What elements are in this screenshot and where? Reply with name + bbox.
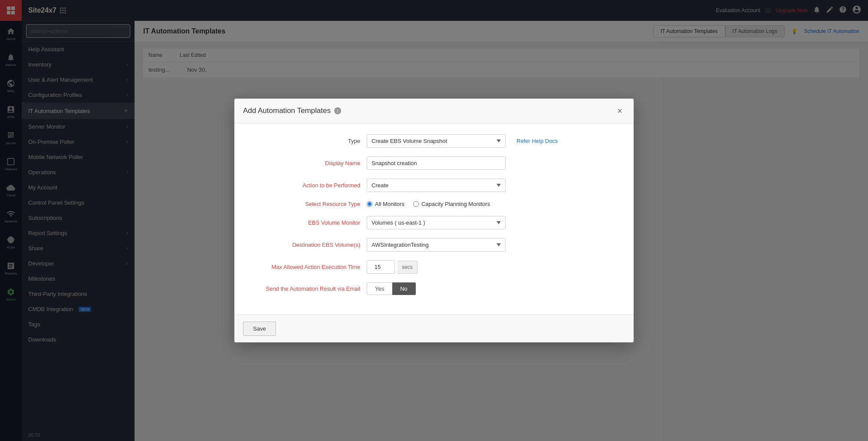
form-row-resource-type: Select Resource Type All Monitors Capaci… <box>247 201 621 207</box>
resource-type-radio-group: All Monitors Capacity Planning Monitors <box>367 201 490 207</box>
form-row-email: Send the Automation Result via Email Yes… <box>247 282 621 295</box>
modal-title: Add Automation Templates i <box>243 106 341 115</box>
display-name-label: Display Name <box>247 160 360 166</box>
dest-ebs-field: AWSIntegrationTesting <box>367 238 506 252</box>
modal-close-button[interactable]: × <box>615 106 625 116</box>
radio-capacity-planning[interactable]: Capacity Planning Monitors <box>413 201 490 207</box>
max-time-label: Max Allowed Action Execution Time <box>247 264 360 270</box>
radio-capacity-planning-label: Capacity Planning Monitors <box>421 201 490 207</box>
email-label: Send the Automation Result via Email <box>247 285 360 292</box>
display-name-field <box>367 156 506 170</box>
modal-header: Add Automation Templates i × <box>234 99 634 123</box>
form-row-ebs-monitor: EBS Volume Monitor Volumes ( us-east-1 ) <box>247 216 621 229</box>
display-name-input[interactable] <box>367 156 506 170</box>
type-field: Create EBS Volume Snapshot <box>367 134 506 148</box>
ebs-monitor-select[interactable]: Volumes ( us-east-1 ) <box>367 216 506 229</box>
max-time-field: secs <box>367 260 584 274</box>
add-automation-modal: Add Automation Templates i × Type Create… <box>234 99 634 342</box>
form-row-action: Action to be Performed Create <box>247 179 621 192</box>
email-toggle-group: Yes No <box>367 282 416 295</box>
email-yes-button[interactable]: Yes <box>367 282 392 295</box>
dest-ebs-label: Destination EBS Volume(s) <box>247 242 360 248</box>
secs-label: secs <box>398 261 418 274</box>
modal-info-icon: i <box>334 107 341 114</box>
resource-type-field: All Monitors Capacity Planning Monitors <box>367 201 584 207</box>
radio-capacity-planning-input[interactable] <box>413 201 419 207</box>
modal-body: Type Create EBS Volume Snapshot Refer He… <box>234 123 634 315</box>
dest-ebs-select[interactable]: AWSIntegrationTesting <box>367 238 506 252</box>
modal-overlay[interactable]: Add Automation Templates i × Type Create… <box>0 0 868 441</box>
resource-type-label: Select Resource Type <box>247 201 360 207</box>
radio-all-monitors[interactable]: All Monitors <box>367 201 404 207</box>
ebs-monitor-field: Volumes ( us-east-1 ) <box>367 216 506 229</box>
form-row-max-time: Max Allowed Action Execution Time secs <box>247 260 621 274</box>
type-label: Type <box>247 138 360 144</box>
save-button[interactable]: Save <box>243 322 276 336</box>
email-no-button[interactable]: No <box>392 282 416 295</box>
modal-footer: Save <box>234 315 634 342</box>
radio-all-monitors-input[interactable] <box>367 201 372 207</box>
refer-help-docs-link[interactable]: Refer Help Docs <box>516 138 558 144</box>
form-row-display-name: Display Name <box>247 156 621 170</box>
ebs-monitor-label: EBS Volume Monitor <box>247 219 360 226</box>
form-row-dest-ebs: Destination EBS Volume(s) AWSIntegration… <box>247 238 621 252</box>
action-field: Create <box>367 179 506 192</box>
email-toggle-field: Yes No <box>367 282 584 295</box>
max-time-input[interactable] <box>367 260 395 274</box>
radio-all-monitors-label: All Monitors <box>375 201 404 207</box>
action-label: Action to be Performed <box>247 182 360 189</box>
type-select[interactable]: Create EBS Volume Snapshot <box>367 134 506 148</box>
action-select[interactable]: Create <box>367 179 506 192</box>
form-row-type: Type Create EBS Volume Snapshot Refer He… <box>247 134 621 148</box>
